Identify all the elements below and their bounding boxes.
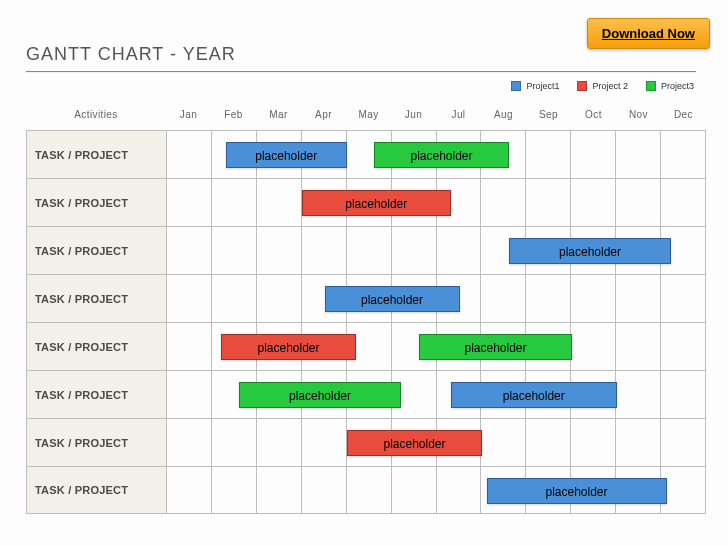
grid-cell xyxy=(167,275,212,322)
grid-cell xyxy=(526,419,571,466)
grid-cell xyxy=(212,179,257,226)
grid-cell xyxy=(437,467,482,513)
gantt-bar[interactable]: placeholder xyxy=(509,238,671,264)
grid-cell xyxy=(616,179,661,226)
legend-item: Project1 xyxy=(511,81,559,91)
grid-cell xyxy=(437,227,482,274)
gantt-bar[interactable]: placeholder xyxy=(302,190,451,216)
grid-cell xyxy=(526,275,571,322)
legend-label: Project3 xyxy=(661,81,694,91)
column-header-month: Aug xyxy=(481,103,526,130)
grid-cell xyxy=(167,323,212,370)
row-label: TASK / PROJECT xyxy=(27,371,167,418)
row-label: TASK / PROJECT xyxy=(27,131,167,178)
grid-cell xyxy=(212,467,257,513)
gantt-row: TASK / PROJECTplaceholder xyxy=(26,178,706,226)
grid-cell xyxy=(571,275,616,322)
gantt-bar[interactable]: placeholder xyxy=(226,142,348,168)
grid-cell xyxy=(616,371,661,418)
gantt-row: TASK / PROJECTplaceholderplaceholder xyxy=(26,370,706,418)
column-header-month: Sep xyxy=(526,103,571,130)
column-header-month: Oct xyxy=(571,103,616,130)
column-header-activities: Activities xyxy=(26,103,166,130)
column-header-month: Jun xyxy=(391,103,436,130)
grid-cell xyxy=(571,323,616,370)
gantt-bar[interactable]: placeholder xyxy=(487,478,667,504)
grid-cell xyxy=(526,179,571,226)
grid-cell xyxy=(661,179,706,226)
grid-cell xyxy=(167,467,212,513)
gantt-bar[interactable]: placeholder xyxy=(347,430,482,456)
column-header-month: Feb xyxy=(211,103,256,130)
grid-cell xyxy=(347,467,392,513)
row-label: TASK / PROJECT xyxy=(27,275,167,322)
column-header-month: Nov xyxy=(616,103,661,130)
grid-cell xyxy=(167,131,212,178)
gantt-row: TASK / PROJECTplaceholder xyxy=(26,466,706,514)
grid-cell xyxy=(481,419,526,466)
grid-cell xyxy=(257,179,302,226)
grid-cell xyxy=(167,371,212,418)
row-label: TASK / PROJECT xyxy=(27,227,167,274)
grid-cell xyxy=(616,323,661,370)
gantt-row: TASK / PROJECTplaceholderplaceholder xyxy=(26,130,706,178)
grid-cell xyxy=(257,467,302,513)
gantt-row: TASK / PROJECTplaceholderplaceholder xyxy=(26,322,706,370)
grid-cell xyxy=(661,275,706,322)
gantt-bar[interactable]: placeholder xyxy=(325,286,460,312)
gantt-bar[interactable]: placeholder xyxy=(374,142,509,168)
grid-cell xyxy=(212,227,257,274)
gantt-bar[interactable]: placeholder xyxy=(221,334,356,360)
grid-cell xyxy=(661,371,706,418)
grid-cell xyxy=(167,179,212,226)
legend-item: Project 2 xyxy=(577,81,628,91)
column-header-month: Jul xyxy=(436,103,481,130)
grid-cell xyxy=(167,419,212,466)
page-title: GANTT CHART - YEAR xyxy=(26,44,696,65)
grid-cell xyxy=(212,419,257,466)
grid-cell xyxy=(616,419,661,466)
legend-label: Project 2 xyxy=(592,81,628,91)
title-underline xyxy=(26,71,696,72)
grid-cell xyxy=(392,227,437,274)
grid-cell xyxy=(661,323,706,370)
column-header-month: May xyxy=(346,103,391,130)
grid-cell xyxy=(167,227,212,274)
grid-cell xyxy=(302,419,347,466)
legend-swatch-green xyxy=(646,81,656,91)
grid-cell xyxy=(392,467,437,513)
gantt-row: TASK / PROJECTplaceholder xyxy=(26,226,706,274)
legend: Project1Project 2Project3 xyxy=(511,81,694,91)
gantt-grid: ActivitiesJanFebMarAprMayJunJulAugSepOct… xyxy=(26,103,706,514)
header-row: ActivitiesJanFebMarAprMayJunJulAugSepOct… xyxy=(26,103,706,130)
grid-cell xyxy=(526,131,571,178)
gantt-bar[interactable]: placeholder xyxy=(451,382,618,408)
legend-label: Project1 xyxy=(526,81,559,91)
grid-cell xyxy=(302,467,347,513)
grid-cell xyxy=(661,131,706,178)
grid-cell xyxy=(571,179,616,226)
grid-cell xyxy=(661,419,706,466)
grid-cell xyxy=(481,275,526,322)
grid-cell xyxy=(302,227,347,274)
row-label: TASK / PROJECT xyxy=(27,419,167,466)
legend-item: Project3 xyxy=(646,81,694,91)
grid-cell xyxy=(616,275,661,322)
grid-cell xyxy=(571,131,616,178)
gantt-bar[interactable]: placeholder xyxy=(239,382,401,408)
row-label: TASK / PROJECT xyxy=(27,467,167,513)
grid-cell xyxy=(661,467,706,513)
legend-swatch-blue xyxy=(511,81,521,91)
grid-cell xyxy=(212,275,257,322)
grid-cell xyxy=(257,227,302,274)
column-header-month: Mar xyxy=(256,103,301,130)
gantt-row: TASK / PROJECTplaceholder xyxy=(26,274,706,322)
grid-cell xyxy=(616,131,661,178)
grid-cell xyxy=(257,419,302,466)
row-label: TASK / PROJECT xyxy=(27,179,167,226)
row-label: TASK / PROJECT xyxy=(27,323,167,370)
legend-swatch-red xyxy=(577,81,587,91)
column-header-month: Dec xyxy=(661,103,706,130)
gantt-bar[interactable]: placeholder xyxy=(419,334,572,360)
column-header-month: Jan xyxy=(166,103,211,130)
